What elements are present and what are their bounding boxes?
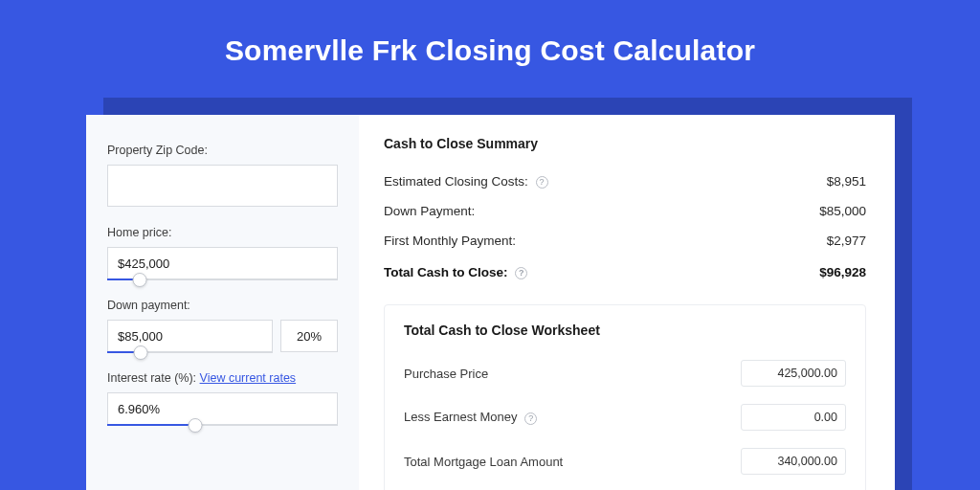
summary-label: Total Cash to Close:	[384, 265, 508, 279]
home-price-slider[interactable]	[107, 247, 338, 279]
summary-row-total: Total Cash to Close: ? $96,928	[384, 256, 866, 287]
interest-input[interactable]	[107, 392, 338, 425]
worksheet-row-second: Total Second Mortgage Amount ? 0.00	[404, 483, 846, 490]
worksheet-value[interactable]: 340,000.00	[741, 448, 846, 475]
worksheet-label: Total Mortgage Loan Amount	[404, 455, 563, 469]
summary-value: $2,977	[827, 234, 866, 248]
interest-group: Interest rate (%): View current rates	[107, 371, 338, 425]
calculator-card: Property Zip Code: Home price: Down paym…	[86, 115, 895, 490]
summary-value: $85,000	[819, 204, 866, 218]
worksheet-label: Less Earnest Money	[404, 410, 518, 424]
results-pane: Cash to Close Summary Estimated Closing …	[359, 115, 895, 490]
view-rates-link[interactable]: View current rates	[200, 371, 297, 385]
zip-label: Property Zip Code:	[107, 144, 338, 157]
zip-input[interactable]	[107, 165, 338, 207]
down-payment-group: Down payment: 20%	[107, 299, 338, 352]
summary-value: $8,951	[827, 174, 866, 189]
worksheet-title: Total Cash to Close Worksheet	[404, 323, 846, 338]
worksheet-row-mortgage: Total Mortgage Loan Amount 340,000.00	[404, 439, 846, 483]
worksheet-card: Total Cash to Close Worksheet Purchase P…	[384, 304, 866, 490]
interest-label: Interest rate (%): View current rates	[107, 371, 338, 385]
interest-slider[interactable]	[107, 392, 338, 425]
worksheet-value[interactable]: 425,000.00	[741, 360, 846, 387]
slider-fill	[107, 424, 195, 426]
summary-row-first-payment: First Monthly Payment: $2,977	[384, 226, 866, 256]
interest-label-text: Interest rate (%):	[107, 371, 196, 385]
slider-thumb[interactable]	[132, 273, 146, 287]
zip-group: Property Zip Code:	[107, 144, 338, 207]
inputs-pane: Property Zip Code: Home price: Down paym…	[86, 115, 359, 490]
home-price-group: Home price:	[107, 226, 338, 279]
down-payment-input[interactable]	[107, 320, 273, 352]
summary-label: Estimated Closing Costs:	[384, 174, 528, 189]
worksheet-row-purchase: Purchase Price 425,000.00	[404, 351, 846, 395]
page-title: Somervlle Frk Closing Cost Calculator	[0, 0, 980, 90]
help-icon[interactable]: ?	[515, 267, 527, 279]
summary-label: First Monthly Payment:	[384, 234, 516, 248]
summary-row-down-payment: Down Payment: $85,000	[384, 196, 866, 226]
slider-thumb[interactable]	[133, 345, 147, 360]
slider-thumb[interactable]	[188, 418, 202, 433]
summary-label: Down Payment:	[384, 204, 475, 218]
help-icon[interactable]: ?	[536, 176, 548, 189]
help-icon[interactable]: ?	[524, 412, 537, 425]
home-price-label: Home price:	[107, 226, 338, 239]
summary-value: $96,928	[819, 265, 866, 279]
worksheet-value[interactable]: 0.00	[741, 404, 846, 431]
worksheet-label: Purchase Price	[404, 367, 488, 381]
summary-row-closing-costs: Estimated Closing Costs: ? $8,951	[384, 167, 866, 196]
down-payment-pct[interactable]: 20%	[280, 320, 338, 352]
down-payment-slider[interactable]	[107, 320, 273, 352]
summary-title: Cash to Close Summary	[384, 136, 866, 151]
worksheet-row-earnest: Less Earnest Money ? 0.00	[404, 395, 846, 439]
down-payment-label: Down payment:	[107, 299, 338, 312]
